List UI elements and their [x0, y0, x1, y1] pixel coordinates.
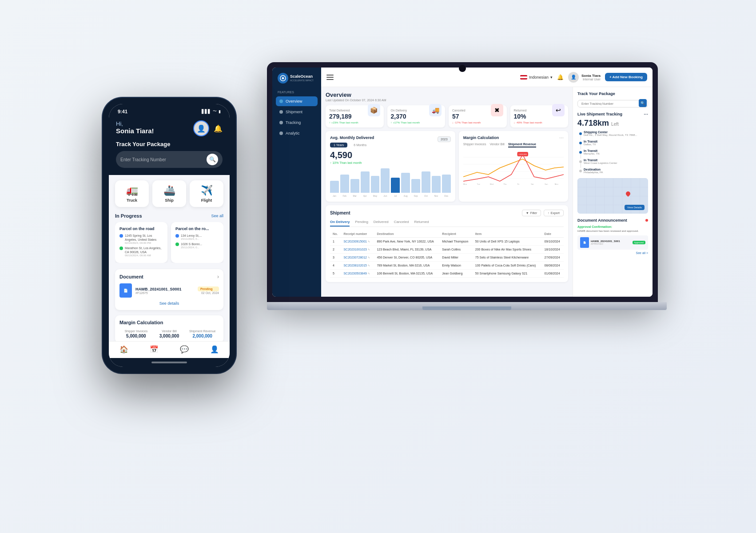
col-item: Item [473, 231, 542, 238]
sidebar-item-overview[interactable]: Overview [276, 96, 318, 106]
step-line-3 [581, 163, 581, 168]
shipment-card: Shipment ▼ Filter ↑ Export [326, 205, 568, 282]
margin-label-revenue: Shipment Revenue [186, 330, 219, 333]
document-announcement: Document Announcement Approval Confirmat… [577, 218, 648, 255]
arrow-up-icon-2: ↑ [391, 121, 392, 124]
phone-track-label: Track Your Package [116, 141, 223, 147]
cell-receipt: SC20230915001 ✎ [341, 238, 374, 246]
phone-tracking-input-row[interactable]: Enter Tracking Number 🔍 [116, 151, 223, 168]
returned-icon: ↩ [552, 104, 565, 116]
step-shipping-center: Shipping Center Dell Inc., 1 Dell Way, R… [584, 131, 648, 136]
stat-total-delivered: Total Delivered 279,189 📦 ↑ +23% Than la… [326, 105, 384, 127]
shipment-tab-3[interactable]: Canceled [394, 220, 409, 227]
stat-value-0: 279,189 [329, 113, 352, 120]
cell-item: 200 Boxes of Nike Air Max Sports Shoes [473, 246, 542, 254]
bell-icon[interactable]: 🔔 [557, 74, 564, 80]
tab-1-years[interactable]: 1 Years [330, 143, 347, 147]
view-details-button[interactable]: View Details [625, 205, 645, 210]
svg-text:2,000,000: 2,000,000 [518, 153, 527, 155]
progress-card-1[interactable]: Parcel on the road 1245 Spring St, Los A… [115, 222, 167, 263]
nav-calendar[interactable]: 📅 [139, 345, 169, 354]
sidebar-section-label: FEATURES [276, 91, 318, 94]
x-label-Apr: Apr [361, 195, 370, 197]
filter-button[interactable]: ▼ Filter [522, 210, 541, 216]
step-addr-1: Dallas, TX [584, 143, 648, 146]
cell-no: 2 [330, 246, 341, 254]
svg-text:Thu: Thu [503, 183, 506, 185]
arrow-up-icon: ↑ [329, 121, 330, 124]
tracking-number-input[interactable] [577, 100, 648, 107]
margin-more-icon[interactable]: ⋯ [559, 135, 564, 143]
phone-margin-title: Margin Calculation [119, 320, 219, 325]
bar-9 [422, 171, 430, 193]
shipment-header: Shipment ▼ Filter ↑ Export [330, 210, 564, 216]
hamburger-menu[interactable] [326, 75, 334, 80]
shipment-tab-1[interactable]: Pending [355, 220, 368, 227]
origin-dot-2 [175, 234, 179, 238]
sidebar-label-analytic: Analytic [286, 131, 300, 135]
shipment-tab-0[interactable]: On Delivery [330, 220, 350, 227]
tab-vendor-bill[interactable]: Vendor Bill [489, 143, 504, 147]
x-label-Jul: Jul [391, 195, 400, 197]
tab-6-months[interactable]: 6 Months [350, 143, 370, 147]
step-name-0: Shipping Center [584, 131, 648, 134]
battery-icon: ▮ [219, 109, 221, 114]
export-button[interactable]: ↑ Export [544, 210, 564, 216]
shipment-tab-4[interactable]: Returned [414, 220, 429, 227]
transport-ship[interactable]: 🚢 Ship [152, 180, 186, 207]
sidebar-item-analytic[interactable]: Analytic [276, 128, 318, 138]
approval-desc: HAWB document has been reviewed and appr… [577, 229, 648, 233]
profile-icon: 👤 [210, 345, 219, 354]
hamburger-line-1 [326, 75, 334, 76]
language-selector[interactable]: Indonesian ▾ [520, 75, 553, 80]
doc-name: HAWB_20241001_S0001 [135, 287, 194, 291]
margin-stats: Shipper Invoices 5,000,000 Vendor Bill 3… [119, 330, 219, 338]
phone-bell-icon[interactable]: 🔔 [214, 124, 223, 133]
margin-value-invoices: 5,000,000 [119, 334, 153, 338]
step-addr-2: Memphis, TN [584, 152, 648, 155]
shipment-tab-2[interactable]: Delivered [374, 220, 389, 227]
cell-destination: 106 Bennett St, Boston, MA 02135, USA [374, 270, 439, 278]
phone-greeting: Hi, [116, 120, 154, 127]
right-panel: Track Your Package 🔍 Live Shipment Track… [573, 87, 653, 297]
tracking-dot [279, 121, 283, 124]
top-bar-right: Indonesian ▾ 🔔 👤 Sonia Tiara Internal Us… [520, 72, 647, 83]
step-name-4: Destination [584, 168, 648, 171]
see-all-button[interactable]: See all [211, 214, 223, 218]
nav-home[interactable]: 🏠 [109, 345, 139, 354]
cell-item: 75 Sets of Stainless Steel Kitchenware [473, 254, 542, 262]
sidebar-item-tracking[interactable]: Tracking [276, 118, 318, 127]
nav-chat[interactable]: 💬 [169, 345, 199, 354]
phone-document-section[interactable]: Document › 📄 HAWB_20241001_S0001 #F12675… [115, 269, 223, 310]
bar-1 [340, 175, 349, 193]
transport-truck[interactable]: 🚛 Truck [115, 180, 149, 207]
tracking-search-button[interactable]: 🔍 [639, 99, 647, 107]
cell-date: 08/08/2024 [542, 262, 564, 270]
progress-card-2[interactable]: Parcel on the ro... 134 Leroy St,... 15/… [171, 222, 223, 263]
phone-search-button[interactable]: 🔍 [207, 154, 218, 165]
tab-shipment-revenue[interactable]: Shipment Revenue [508, 143, 536, 147]
nav-profile[interactable]: 👤 [199, 345, 230, 354]
bar-chart-labels: JanFebMarAprMayJunJulAugSepOctNovDec [330, 195, 451, 197]
see-details-link[interactable]: See details [119, 301, 219, 306]
step-transit-3: In Transit West Coast Logistics Center [584, 159, 648, 164]
doc-pending-badge: Pending [198, 286, 219, 291]
overview-dot [279, 99, 283, 103]
tab-shipper-invoices[interactable]: Shipper Invoices [463, 143, 486, 147]
dest-text-2: 1026 S Bonni... [181, 242, 202, 246]
shipment-table: No. Receipt number Destination Recipient… [330, 231, 564, 278]
col-receipt: Receipt number [341, 231, 374, 238]
stat-value-3: 10% [514, 113, 526, 120]
in-progress-label: In Progress [115, 213, 142, 219]
transport-flight[interactable]: ✈️ Flight [190, 180, 223, 207]
overview-subtitle: Last Updated On October 07, 2024 6:30 AM [326, 99, 568, 102]
cell-no: 3 [330, 254, 341, 262]
cell-receipt: SC20230503849 ✎ [341, 270, 374, 278]
tracking-input-container: 🔍 [577, 99, 648, 107]
see-all-link[interactable]: See all > [577, 251, 648, 255]
stat-on-delivery: On Delivery 2,370 🚚 ↑ +17% Than last mon… [387, 105, 446, 127]
sidebar-item-shipment[interactable]: Shipment [276, 107, 318, 117]
origin-text-1: 1245 Spring St, Los Angeles, United Stat… [125, 234, 163, 242]
more-options-icon[interactable]: ⋯ [644, 112, 648, 117]
add-booking-button[interactable]: + Add New Booking [605, 73, 647, 81]
